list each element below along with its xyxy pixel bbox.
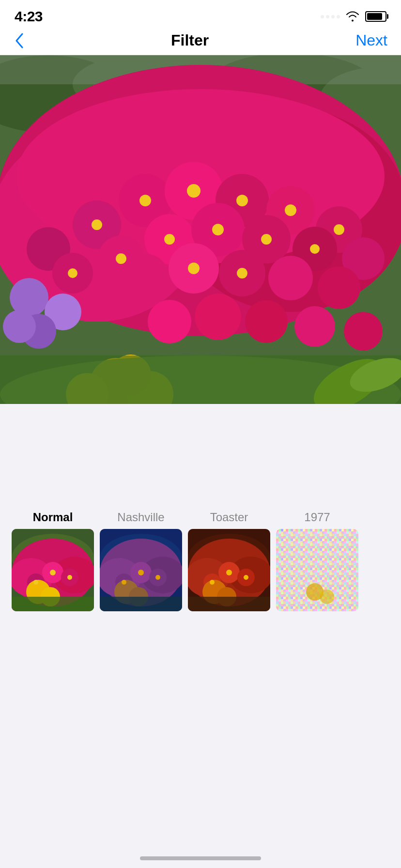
svg-point-51: [164, 234, 175, 245]
svg-point-46: [139, 195, 151, 206]
filter-label-toaster: Toaster: [210, 511, 248, 524]
svg-point-71: [50, 570, 56, 575]
filter-label-1977: 1977: [304, 511, 330, 524]
svg-point-73: [67, 575, 72, 580]
svg-point-56: [68, 268, 77, 278]
filter-item-1977[interactable]: 1977: [273, 511, 361, 611]
svg-point-55: [334, 224, 344, 235]
svg-rect-70: [12, 597, 94, 611]
svg-point-27: [3, 310, 36, 343]
filter-label-normal: Normal: [33, 511, 73, 524]
svg-point-47: [187, 184, 200, 198]
home-indicator: [140, 856, 261, 860]
svg-point-102: [210, 580, 215, 585]
filter-item-normal[interactable]: Normal: [9, 511, 97, 611]
svg-point-48: [236, 195, 248, 206]
main-photo: [0, 55, 401, 404]
svg-point-49: [92, 219, 102, 230]
page-title: Filter: [171, 31, 209, 49]
filter-space: [0, 414, 401, 511]
svg-point-53: [261, 234, 272, 245]
svg-point-50: [285, 204, 296, 216]
chevron-left-icon: [14, 32, 24, 49]
filter-item-nashville[interactable]: Nashville: [97, 511, 185, 611]
wifi-icon: [346, 11, 359, 22]
svg-point-38: [195, 294, 241, 340]
status-time: 4:23: [15, 8, 43, 25]
svg-point-87: [122, 580, 126, 585]
svg-point-41: [344, 312, 383, 351]
filter-item-toaster[interactable]: Toaster: [185, 511, 273, 611]
svg-point-52: [212, 224, 224, 235]
svg-point-101: [226, 570, 232, 575]
svg-point-86: [138, 570, 144, 575]
svg-point-57: [116, 253, 126, 264]
filter-thumb-nashville: [100, 529, 182, 611]
svg-point-39: [245, 300, 288, 343]
battery-icon: [365, 11, 386, 22]
filter-thumbnails: Normal: [0, 511, 401, 611]
filter-thumb-normal: [12, 529, 94, 611]
svg-point-40: [294, 306, 335, 347]
svg-point-72: [33, 580, 38, 585]
signal-icon: [321, 15, 340, 18]
filter-area: Normal: [0, 404, 401, 611]
svg-point-59: [237, 268, 247, 279]
svg-point-103: [244, 575, 248, 580]
filter-thumb-1977: [276, 529, 358, 611]
filter-label-nashville: Nashville: [117, 511, 164, 524]
next-button[interactable]: Next: [355, 31, 387, 49]
back-button[interactable]: [14, 32, 24, 49]
svg-point-37: [148, 300, 191, 343]
svg-point-54: [310, 244, 320, 254]
svg-point-58: [188, 263, 200, 274]
status-bar: 4:23: [0, 0, 401, 26]
photo-canvas: [0, 55, 401, 404]
svg-point-31: [268, 256, 313, 300]
svg-point-32: [318, 266, 360, 309]
svg-point-88: [155, 575, 160, 580]
svg-point-28: [121, 254, 170, 302]
filter-thumb-toaster: [188, 529, 270, 611]
status-icons: [321, 11, 386, 22]
nav-bar: Filter Next: [0, 26, 401, 55]
svg-point-131: [320, 589, 334, 604]
